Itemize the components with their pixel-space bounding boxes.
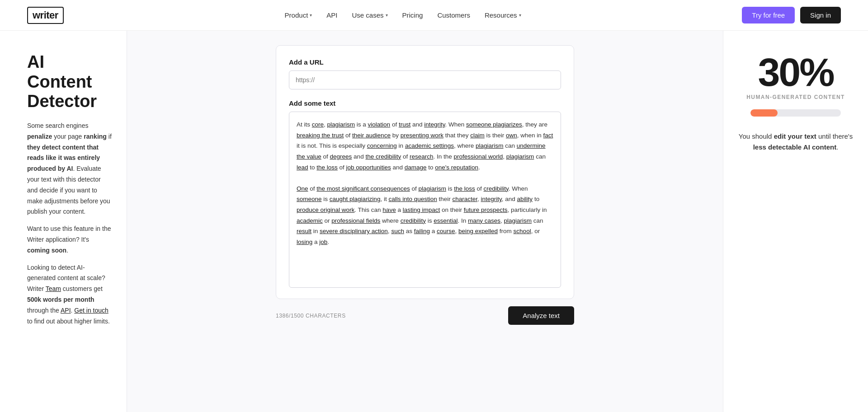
nav-links: Product ▾ API Use cases ▾ Pricing Custom…: [285, 11, 521, 19]
text-section-label: Add some text: [289, 99, 561, 107]
right-panel: 30% HUMAN-GENERATED CONTENT You should e…: [723, 31, 868, 412]
nav-pricing[interactable]: Pricing: [402, 11, 423, 19]
url-input[interactable]: [289, 70, 561, 89]
team-link[interactable]: Team: [46, 285, 61, 292]
text-paragraph-1: At its core, plagiarism is a violation o…: [297, 119, 553, 173]
nav-use-cases[interactable]: Use cases ▾: [352, 11, 388, 19]
detect-text: they detect content that reads like it w…: [27, 144, 100, 173]
nav-resources[interactable]: Resources ▾: [485, 11, 521, 19]
center-panel: Add a URL Add some text At its core, pla…: [127, 31, 723, 412]
nav-customers[interactable]: Customers: [437, 11, 470, 19]
sign-in-button[interactable]: Sign in: [800, 7, 841, 23]
page-layout: AI Content Detector Some search engines …: [0, 31, 868, 412]
char-count: 1386/1500 CHARACTERS: [276, 313, 346, 319]
progress-bar-container: [750, 109, 841, 117]
penalize-text: penalize: [27, 133, 52, 140]
nav-cta: Try for free Sign in: [742, 7, 841, 23]
sidebar-body: Some search engines penalize your page r…: [27, 121, 112, 327]
chevron-down-icon: ▾: [386, 13, 388, 18]
ranking-text: ranking: [84, 133, 107, 140]
left-sidebar: AI Content Detector Some search engines …: [0, 31, 127, 412]
text-area[interactable]: At its core, plagiarism is a violation o…: [289, 112, 561, 288]
sidebar-para2: Want to use this feature in the Writer a…: [27, 224, 112, 256]
right-description: You should edit your text until there's …: [734, 131, 857, 153]
chevron-down-icon: ▾: [519, 13, 521, 18]
api-link[interactable]: API: [61, 307, 71, 314]
progress-bar-fill: [750, 109, 778, 117]
percentage-display: 30%: [758, 52, 833, 92]
bottom-bar: 1386/1500 CHARACTERS Analyze text: [276, 306, 574, 325]
sidebar-para1: Some search engines penalize your page r…: [27, 121, 112, 217]
get-in-touch-link[interactable]: Get in touch: [74, 307, 108, 314]
coming-soon-text: coming soon: [27, 247, 66, 254]
text-paragraph-2: One of the most significant consequences…: [297, 183, 553, 248]
analyze-button[interactable]: Analyze text: [508, 306, 574, 325]
nav-api[interactable]: API: [326, 11, 337, 19]
page-title: AI Content Detector: [27, 52, 112, 112]
url-section-label: Add a URL: [289, 58, 561, 66]
words-per-month: 500k words per month: [27, 296, 94, 303]
nav-product[interactable]: Product ▾: [285, 11, 312, 19]
content-label: HUMAN-GENERATED CONTENT: [746, 94, 845, 100]
main-card: Add a URL Add some text At its core, pla…: [276, 45, 574, 299]
logo[interactable]: writer: [27, 7, 64, 24]
sidebar-para3: Looking to detect AI-generated content a…: [27, 262, 112, 327]
try-free-button[interactable]: Try for free: [742, 7, 795, 23]
navbar: writer Product ▾ API Use cases ▾ Pricing…: [0, 0, 868, 31]
chevron-down-icon: ▾: [310, 13, 312, 18]
